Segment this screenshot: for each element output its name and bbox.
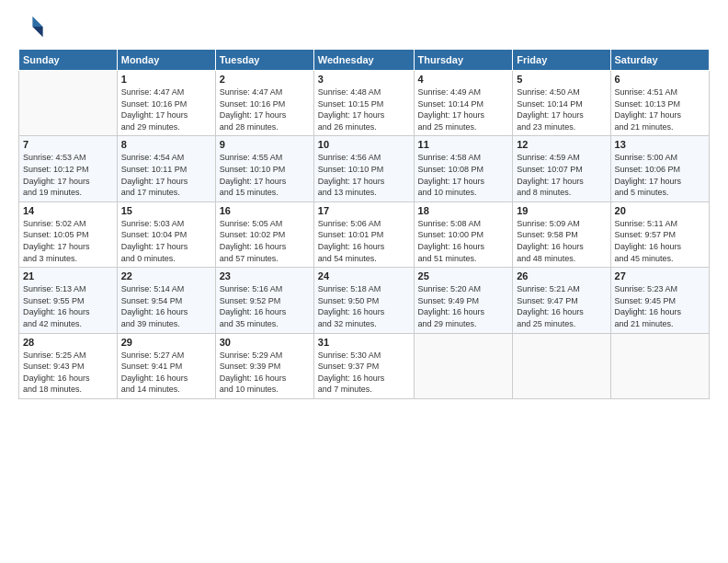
calendar-cell: 8Sunrise: 4:54 AM Sunset: 10:11 PM Dayli… — [117, 136, 215, 201]
day-info: Sunrise: 5:13 AM Sunset: 9:55 PM Dayligh… — [23, 283, 113, 329]
calendar-cell: 31Sunrise: 5:30 AM Sunset: 9:37 PM Dayli… — [313, 333, 414, 398]
day-info: Sunrise: 5:00 AM Sunset: 10:06 PM Daylig… — [615, 152, 705, 198]
calendar-cell: 17Sunrise: 5:06 AM Sunset: 10:01 PM Dayl… — [313, 201, 414, 267]
day-number: 31 — [318, 337, 410, 348]
weekday-header-monday: Monday — [117, 50, 215, 71]
weekday-header-thursday: Thursday — [414, 50, 513, 71]
calendar-cell: 28Sunrise: 5:25 AM Sunset: 9:43 PM Dayli… — [19, 333, 118, 398]
day-number: 14 — [23, 205, 113, 216]
day-info: Sunrise: 4:50 AM Sunset: 10:14 PM Daylig… — [517, 86, 606, 132]
calendar-cell: 23Sunrise: 5:16 AM Sunset: 9:52 PM Dayli… — [215, 268, 313, 333]
day-info: Sunrise: 4:56 AM Sunset: 10:10 PM Daylig… — [318, 152, 410, 198]
calendar-cell — [513, 333, 610, 398]
weekday-header-friday: Friday — [513, 50, 610, 71]
calendar-cell: 27Sunrise: 5:23 AM Sunset: 9:45 PM Dayli… — [610, 268, 709, 333]
day-number: 9 — [220, 139, 310, 150]
day-number: 3 — [318, 74, 410, 85]
day-number: 8 — [121, 139, 211, 150]
day-number: 6 — [615, 74, 705, 85]
day-info: Sunrise: 5:09 AM Sunset: 9:58 PM Dayligh… — [517, 218, 606, 264]
calendar-cell — [610, 333, 709, 398]
calendar-cell: 30Sunrise: 5:29 AM Sunset: 9:39 PM Dayli… — [215, 333, 313, 398]
day-info: Sunrise: 4:49 AM Sunset: 10:14 PM Daylig… — [418, 86, 509, 132]
calendar-cell: 24Sunrise: 5:18 AM Sunset: 9:50 PM Dayli… — [313, 268, 414, 333]
day-number: 15 — [121, 205, 211, 216]
calendar-cell: 10Sunrise: 4:56 AM Sunset: 10:10 PM Dayl… — [313, 136, 414, 201]
day-number: 28 — [23, 337, 113, 348]
calendar-cell: 9Sunrise: 4:55 AM Sunset: 10:10 PM Dayli… — [215, 136, 313, 201]
calendar-cell: 21Sunrise: 5:13 AM Sunset: 9:55 PM Dayli… — [19, 268, 118, 333]
calendar-cell: 16Sunrise: 5:05 AM Sunset: 10:02 PM Dayl… — [215, 201, 313, 267]
day-number: 18 — [418, 205, 509, 216]
day-number: 30 — [220, 337, 310, 348]
day-info: Sunrise: 4:53 AM Sunset: 10:12 PM Daylig… — [23, 152, 113, 198]
day-number: 5 — [517, 74, 606, 85]
day-number: 22 — [121, 270, 211, 282]
calendar-cell: 22Sunrise: 5:14 AM Sunset: 9:54 PM Dayli… — [117, 268, 215, 333]
day-number: 23 — [220, 270, 310, 282]
day-info: Sunrise: 4:58 AM Sunset: 10:08 PM Daylig… — [418, 152, 509, 198]
day-info: Sunrise: 5:03 AM Sunset: 10:04 PM Daylig… — [121, 218, 211, 264]
calendar-cell — [414, 333, 513, 398]
calendar-cell: 11Sunrise: 4:58 AM Sunset: 10:08 PM Dayl… — [414, 136, 513, 201]
calendar-cell: 19Sunrise: 5:09 AM Sunset: 9:58 PM Dayli… — [513, 201, 610, 267]
weekday-header-saturday: Saturday — [610, 50, 709, 71]
weekday-header-wednesday: Wednesday — [313, 50, 414, 71]
calendar-cell: 29Sunrise: 5:27 AM Sunset: 9:41 PM Dayli… — [117, 333, 215, 398]
day-info: Sunrise: 4:47 AM Sunset: 10:16 PM Daylig… — [220, 86, 310, 132]
day-number: 20 — [615, 205, 705, 216]
day-info: Sunrise: 5:16 AM Sunset: 9:52 PM Dayligh… — [220, 283, 310, 329]
calendar-cell: 13Sunrise: 5:00 AM Sunset: 10:06 PM Dayl… — [610, 136, 709, 201]
weekday-header-row: SundayMondayTuesdayWednesdayThursdayFrid… — [19, 50, 710, 71]
day-info: Sunrise: 4:51 AM Sunset: 10:13 PM Daylig… — [615, 86, 705, 132]
week-row-5: 28Sunrise: 5:25 AM Sunset: 9:43 PM Dayli… — [19, 333, 710, 398]
calendar-cell: 15Sunrise: 5:03 AM Sunset: 10:04 PM Dayl… — [117, 201, 215, 267]
weekday-header-tuesday: Tuesday — [215, 50, 313, 71]
calendar-cell: 4Sunrise: 4:49 AM Sunset: 10:14 PM Dayli… — [414, 71, 513, 136]
day-info: Sunrise: 5:30 AM Sunset: 9:37 PM Dayligh… — [318, 350, 410, 396]
day-info: Sunrise: 5:27 AM Sunset: 9:41 PM Dayligh… — [121, 350, 211, 396]
day-number: 2 — [220, 74, 310, 85]
week-row-2: 7Sunrise: 4:53 AM Sunset: 10:12 PM Dayli… — [19, 136, 710, 201]
calendar-cell: 18Sunrise: 5:08 AM Sunset: 10:00 PM Dayl… — [414, 201, 513, 267]
day-number: 1 — [121, 74, 211, 85]
calendar-cell: 7Sunrise: 4:53 AM Sunset: 10:12 PM Dayli… — [19, 136, 118, 201]
day-info: Sunrise: 4:48 AM Sunset: 10:15 PM Daylig… — [318, 86, 410, 132]
day-number: 11 — [418, 139, 509, 150]
day-info: Sunrise: 5:08 AM Sunset: 10:00 PM Daylig… — [418, 218, 509, 264]
logo-icon — [18, 14, 44, 40]
day-number: 19 — [517, 205, 606, 216]
day-info: Sunrise: 5:06 AM Sunset: 10:01 PM Daylig… — [318, 218, 410, 264]
calendar-cell: 14Sunrise: 5:02 AM Sunset: 10:05 PM Dayl… — [19, 201, 118, 267]
day-number: 21 — [23, 270, 113, 282]
day-number: 25 — [418, 270, 509, 282]
calendar-cell — [19, 71, 118, 136]
svg-marker-0 — [32, 17, 42, 27]
calendar-cell: 2Sunrise: 4:47 AM Sunset: 10:16 PM Dayli… — [215, 71, 313, 136]
day-info: Sunrise: 5:18 AM Sunset: 9:50 PM Dayligh… — [318, 283, 410, 329]
calendar-body: 1Sunrise: 4:47 AM Sunset: 10:16 PM Dayli… — [19, 71, 710, 399]
day-info: Sunrise: 5:05 AM Sunset: 10:02 PM Daylig… — [220, 218, 310, 264]
day-number: 7 — [23, 139, 113, 150]
calendar-cell: 25Sunrise: 5:20 AM Sunset: 9:49 PM Dayli… — [414, 268, 513, 333]
svg-marker-1 — [32, 27, 42, 37]
day-number: 27 — [615, 270, 705, 282]
day-number: 12 — [517, 139, 606, 150]
day-number: 13 — [615, 139, 705, 150]
day-number: 16 — [220, 205, 310, 216]
day-info: Sunrise: 5:11 AM Sunset: 9:57 PM Dayligh… — [615, 218, 705, 264]
day-number: 10 — [318, 139, 410, 150]
day-info: Sunrise: 4:55 AM Sunset: 10:10 PM Daylig… — [220, 152, 310, 198]
weekday-header-sunday: Sunday — [19, 50, 118, 71]
calendar-cell: 1Sunrise: 4:47 AM Sunset: 10:16 PM Dayli… — [117, 71, 215, 136]
day-info: Sunrise: 5:02 AM Sunset: 10:05 PM Daylig… — [23, 218, 113, 264]
logo — [18, 14, 48, 40]
calendar-cell: 12Sunrise: 4:59 AM Sunset: 10:07 PM Dayl… — [513, 136, 610, 201]
day-info: Sunrise: 5:23 AM Sunset: 9:45 PM Dayligh… — [615, 283, 705, 329]
day-info: Sunrise: 4:54 AM Sunset: 10:11 PM Daylig… — [121, 152, 211, 198]
week-row-1: 1Sunrise: 4:47 AM Sunset: 10:16 PM Dayli… — [19, 71, 710, 136]
day-info: Sunrise: 5:20 AM Sunset: 9:49 PM Dayligh… — [418, 283, 509, 329]
day-info: Sunrise: 5:21 AM Sunset: 9:47 PM Dayligh… — [517, 283, 606, 329]
day-number: 4 — [418, 74, 509, 85]
calendar-cell: 5Sunrise: 4:50 AM Sunset: 10:14 PM Dayli… — [513, 71, 610, 136]
